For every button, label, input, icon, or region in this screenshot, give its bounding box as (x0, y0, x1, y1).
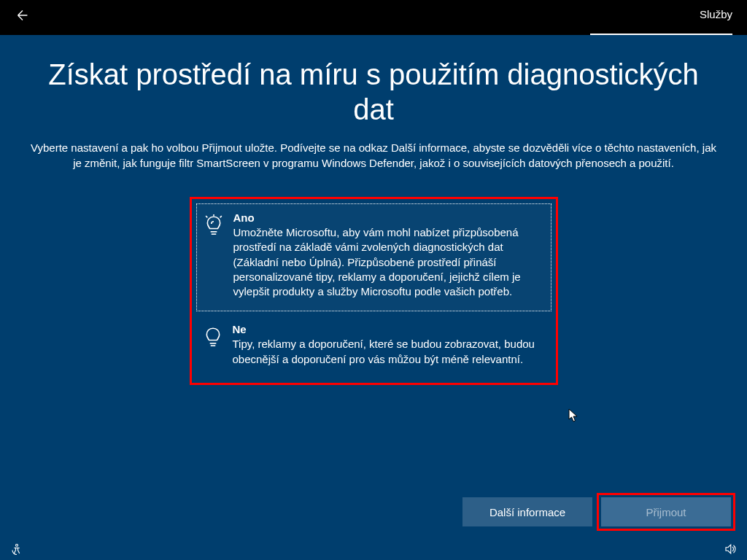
option-yes-desc: Umožněte Microsoftu, aby vám mohl nabíze… (233, 225, 539, 299)
mouse-cursor-icon (568, 408, 578, 423)
option-no-desc: Tipy, reklamy a doporučení, které se bud… (233, 337, 540, 367)
option-no[interactable]: Ne Tipy, reklamy a doporučení, které se … (196, 316, 551, 378)
option-no-content: Ne Tipy, reklamy a doporučení, které se … (233, 323, 540, 367)
accessibility-icon[interactable] (10, 542, 23, 556)
back-arrow-icon[interactable] (15, 7, 31, 28)
accept-button[interactable]: Přijmout (601, 497, 731, 526)
accept-highlight-box: Přijmout (597, 493, 735, 531)
option-no-title: Ne (233, 323, 540, 335)
option-yes-title: Ano (233, 211, 539, 224)
page-title: Získat prostředí na míru s použitím diag… (29, 57, 718, 127)
options-highlight-box: Ano Umožněte Microsoftu, aby vám mohl na… (190, 197, 558, 385)
bottom-bar (0, 538, 747, 560)
lightbulb-off-icon (204, 326, 222, 349)
top-bar: Služby (0, 0, 747, 35)
svg-point-3 (16, 544, 18, 546)
sound-icon[interactable] (724, 542, 737, 556)
page-subtitle: Vyberte nastavení a pak ho volbou Přijmo… (31, 140, 716, 171)
svg-line-1 (220, 216, 221, 217)
bottom-buttons: Další informace Přijmout (462, 493, 735, 531)
tab-underline (590, 34, 732, 35)
main-content: Získat prostředí na míru s použitím diag… (0, 35, 747, 385)
tab-services[interactable]: Služby (700, 8, 732, 28)
option-yes-content: Ano Umožněte Microsoftu, aby vám mohl na… (233, 211, 539, 299)
svg-line-0 (206, 216, 207, 217)
option-yes[interactable]: Ano Umožněte Microsoftu, aby vám mohl na… (196, 203, 551, 311)
more-info-button[interactable]: Další informace (462, 497, 592, 526)
lightbulb-on-icon (204, 214, 223, 238)
